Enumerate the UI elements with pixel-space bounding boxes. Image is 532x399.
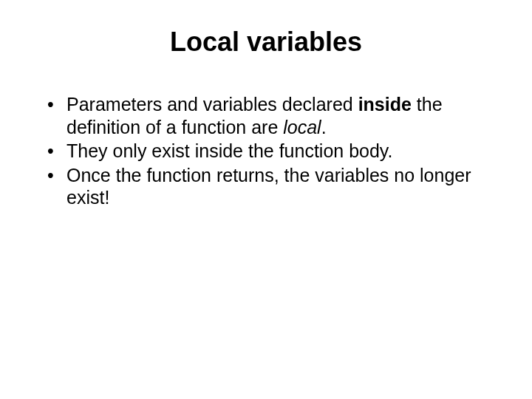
bullet-text-emph2: local (283, 117, 321, 137)
bullet-text-pre: Once the function returns, the variables… (66, 165, 471, 208)
bullet-text-pre: They only exist inside the function body… (66, 140, 392, 161)
list-item: They only exist inside the function body… (47, 140, 497, 163)
bullet-text-post: . (321, 117, 327, 137)
slide: Local variables Parameters and variables… (0, 0, 532, 399)
bullet-text-emph: inside (358, 94, 412, 115)
list-item: Parameters and variables declared inside… (47, 93, 497, 138)
bullet-list: Parameters and variables declared inside… (35, 93, 497, 209)
slide-title: Local variables (35, 27, 497, 58)
list-item: Once the function returns, the variables… (47, 164, 497, 209)
bullet-text-pre: Parameters and variables declared (66, 94, 358, 115)
